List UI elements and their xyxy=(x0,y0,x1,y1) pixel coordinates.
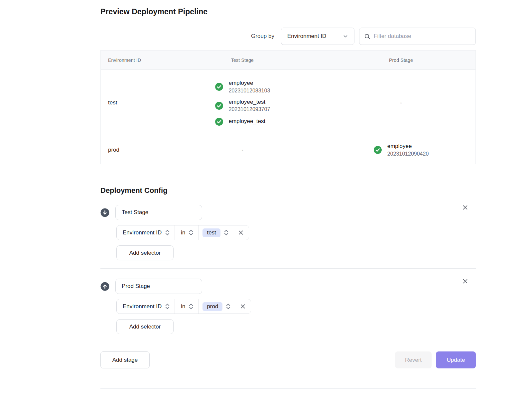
page-title: Preview Deployment Pipeline xyxy=(100,7,476,16)
check-circle-icon xyxy=(373,146,382,154)
database-status-item: employee_test 20231012093707 xyxy=(215,98,270,113)
add-selector-button[interactable]: Add selector xyxy=(116,319,174,334)
filter-database-box[interactable] xyxy=(359,28,476,45)
check-circle-icon xyxy=(215,117,223,126)
unfold-icon xyxy=(165,229,170,236)
add-stage-button[interactable]: Add stage xyxy=(100,351,150,368)
table-row: test employee 20231012083103 xyxy=(101,70,475,136)
selector-group: Environment ID in prod xyxy=(116,299,251,314)
stage-config-prod: Environment ID in prod xyxy=(100,269,476,334)
pipeline-toolbar: Group by Environment ID xyxy=(100,28,476,45)
close-icon xyxy=(240,304,246,309)
database-timestamp: 20231012090420 xyxy=(387,150,429,157)
unfold-icon xyxy=(224,229,229,236)
add-selector-button[interactable]: Add selector xyxy=(116,245,174,260)
test-stage-empty: - xyxy=(241,147,243,153)
database-name: employee xyxy=(229,79,270,87)
selector-operator-dropdown[interactable]: in xyxy=(175,299,198,314)
selector-value-dropdown[interactable]: test xyxy=(198,225,232,240)
column-header-prod-stage: Prod Stage xyxy=(389,58,413,63)
group-by-value: Environment ID xyxy=(287,33,326,40)
group-by-label: Group by xyxy=(251,33,274,40)
prod-stage-cell: employee 20231012090420 xyxy=(373,143,429,157)
unfold-icon xyxy=(226,303,231,310)
selector-value-tag: test xyxy=(202,228,220,237)
prod-stage-empty: - xyxy=(400,99,402,106)
env-id-cell: prod xyxy=(101,147,158,153)
actions-divider xyxy=(100,350,476,350)
selector-operator-dropdown[interactable]: in xyxy=(175,225,198,240)
chevron-down-icon xyxy=(343,34,348,39)
unfold-icon xyxy=(189,303,194,310)
env-id-cell: test xyxy=(101,99,158,106)
selector-value-dropdown[interactable]: prod xyxy=(198,299,235,314)
group-by-select[interactable]: Environment ID xyxy=(281,28,354,45)
stage-down-arrow-icon xyxy=(100,208,109,217)
revert-button[interactable]: Revert xyxy=(395,351,432,368)
column-header-test-stage: Test Stage xyxy=(231,58,254,63)
bottom-divider xyxy=(100,388,476,389)
stage-up-arrow-icon xyxy=(100,282,109,291)
column-header-environment-id: Environment ID xyxy=(101,58,158,63)
unfold-icon xyxy=(165,303,170,310)
remove-stage-button[interactable] xyxy=(461,277,470,287)
check-circle-icon xyxy=(215,101,223,110)
check-circle-icon xyxy=(215,82,223,91)
database-name: employee_test xyxy=(229,98,270,106)
close-icon xyxy=(238,230,244,235)
main-content: Preview Deployment Pipeline Group by Env… xyxy=(100,0,476,389)
database-name: employee xyxy=(387,143,429,150)
table-header: Environment ID Test Stage Prod Stage xyxy=(101,51,475,70)
remove-selector-button[interactable] xyxy=(235,299,251,314)
database-status-item: employee 20231012083103 xyxy=(215,79,270,94)
table-row: prod - employee 20231012090420 xyxy=(101,136,475,164)
stage-name-input[interactable] xyxy=(115,279,202,294)
search-icon xyxy=(364,33,370,40)
database-name: employee_test xyxy=(229,118,266,125)
database-status-item: employee_test xyxy=(215,117,270,126)
remove-stage-button[interactable] xyxy=(461,203,470,213)
pipeline-table: Environment ID Test Stage Prod Stage tes… xyxy=(100,50,476,164)
database-timestamp: 20231012083103 xyxy=(229,87,270,94)
test-stage-cell: employee 20231012083103 employee_test 20… xyxy=(215,79,270,126)
filter-database-input[interactable] xyxy=(374,33,471,40)
stage-config-test: Environment ID in test xyxy=(100,195,476,260)
stage-name-input[interactable] xyxy=(115,205,202,220)
selector-field-dropdown[interactable]: Environment ID xyxy=(117,225,175,240)
database-timestamp: 20231012093707 xyxy=(229,106,270,113)
update-button[interactable]: Update xyxy=(436,351,476,368)
database-status-item: employee 20231012090420 xyxy=(373,143,429,157)
selector-group: Environment ID in test xyxy=(116,225,249,240)
selector-value-tag: prod xyxy=(202,302,222,311)
deployment-config-title: Deployment Config xyxy=(100,186,476,195)
selector-field-dropdown[interactable]: Environment ID xyxy=(117,299,175,314)
config-actions: Add stage Revert Update xyxy=(100,351,476,368)
unfold-icon xyxy=(189,229,194,236)
remove-selector-button[interactable] xyxy=(233,225,249,240)
